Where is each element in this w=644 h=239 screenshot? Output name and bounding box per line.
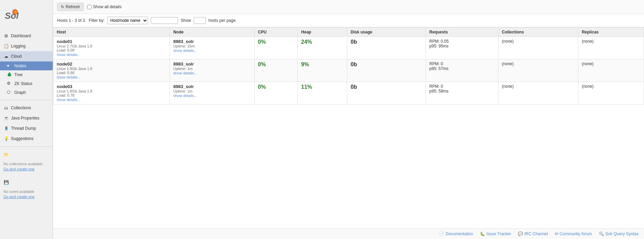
node-load-0: Load: 0.09 [57,48,166,52]
heap-value-0: 24% [301,39,312,45]
cpu-value-2: 0% [258,84,266,90]
sidebar: Solr ⊞ Dashboard 📋 Logging ☁ Cloud ● N [0,0,53,239]
cell-cpu-0: 0% [254,37,297,59]
cpu-value-0: 0% [258,39,266,45]
no-cores-link[interactable]: Go and create one [3,195,35,199]
cell-collections-2: (none) [498,82,578,104]
sidebar-item-dashboard-label: Dashboard [11,33,31,38]
cell-disk-0: 0b [347,37,426,59]
doc-icon: 📄 [439,231,444,236]
refresh-button[interactable]: ↻ Refresh [57,3,84,11]
col-node: Node [170,28,255,37]
node-show-details-host-2[interactable]: show details... [57,98,81,102]
cell-disk-2: 0b [347,82,426,104]
heap-value-2: 11% [301,84,312,90]
sidebar-item-logging[interactable]: 📋 Logging [0,41,53,51]
cell-replicas-2: (none) [578,82,644,104]
sidebar-item-suggestions[interactable]: 💡 Suggestions [0,133,53,144]
table-header-row: Host Node CPU Heap Disk usage Requests C… [53,28,644,37]
table-row: node01 Linux 2.7Gb Java 1.8 Load: 0.09 s… [53,37,644,59]
sidebar-sub-item-graph[interactable]: ⬡ Graph [0,88,53,97]
sidebar-item-java-properties[interactable]: ☕ Java Properties [0,113,53,123]
cloud-icon: ☁ [3,54,9,59]
sidebar-sub-item-tree[interactable]: 🌲 Tree [0,70,53,79]
footer-irc-channel-link[interactable]: 💬 IRC Channel [518,231,548,236]
collections-icon: 🗂 [3,105,9,111]
node-show-details-host-0[interactable]: show details... [57,53,81,57]
sidebar-item-collections[interactable]: 🗂 Collections [0,103,53,113]
footer-community-forum-link[interactable]: ✉ Community forum [555,231,592,236]
main-content: ↻ Refresh Show all details Hosts 1 - 3 o… [53,0,644,239]
cell-replicas-0: (none) [578,37,644,59]
solr-logo-icon: Solr [4,9,18,23]
no-cores-text: No cores available Go and create one [0,187,53,201]
sidebar-item-thread-label: Thread Dump [11,126,36,131]
node-os-0: Linux 2.7Gb Java 1.8 [57,44,166,48]
no-collections-link[interactable]: Go and create one [3,167,35,171]
node-show-details-host-1[interactable]: show details... [57,75,81,79]
sidebar-divider-2 [0,146,53,147]
cell-cpu-1: 0% [254,59,297,82]
hosts-count-label: Hosts 1 - 3 of 3. [57,18,86,23]
table-body: node01 Linux 2.7Gb Java 1.8 Load: 0.09 s… [53,37,644,104]
node-show-details-node-2[interactable]: show details... [173,94,197,98]
disk-value-1: 0b [351,61,357,67]
collections-value-0: (none) [502,39,514,44]
node-show-details-node-0[interactable]: show details... [173,48,197,53]
sidebar-item-dashboard[interactable]: ⊞ Dashboard [0,31,53,41]
show-all-details-checkbox-label[interactable]: Show all details [87,4,121,9]
node-port-2: 8983_solr [173,84,251,89]
cpu-value-1: 0% [258,61,266,67]
requests-p95-2: p95: 58ms [429,89,495,94]
node-uptime-1: Uptime: 1m [173,67,251,71]
filter-by-label: Filter by: [89,18,105,23]
logo-container: Solr [0,3,53,31]
show-all-details-checkbox[interactable] [87,5,92,9]
sidebar-sub-tree-label: Tree [14,72,23,77]
requests-rpm-0: RPM: 0.05 [429,39,495,44]
node-hostname-2: node03 [57,84,166,89]
collections-value-1: (none) [502,61,514,66]
cell-cpu-2: 0% [254,82,297,104]
requests-rpm-2: RPM: 0 [429,84,495,89]
table-header: Host Node CPU Heap Disk usage Requests C… [53,28,644,37]
bug-icon: 🐛 [480,231,485,236]
sidebar-sub-graph-label: Graph [14,90,26,95]
col-requests: Requests [426,28,498,37]
filter-input[interactable] [151,17,178,24]
sidebar-sub-item-zk-status[interactable]: ⚙ ZK Status [0,79,53,88]
requests-p95-0: p95: 95ms [429,44,495,48]
nodes-table-container: Host Node CPU Heap Disk usage Requests C… [53,27,644,104]
col-collections: Collections [498,28,578,37]
disk-value-0: 0b [351,39,357,45]
node-os-1: Linux 1.8Gb Java 1.8 [57,67,166,71]
footer-solr-query-syntax-link[interactable]: 🔍 Solr Query Syntax [599,231,639,236]
cell-host-2: node03 Linux 1.8Gb Java 1.8 Load: 0.78 s… [53,82,170,104]
footer-documentation-link[interactable]: 📄 Documentation [439,231,473,236]
sidebar-item-thread-dump[interactable]: 🧵 Thread Dump [0,123,53,133]
footer-issue-tracker-link[interactable]: 🐛 Issue Tracker [480,231,511,236]
cell-node-0: 8983_solr Uptime: 15m show details... [170,37,255,59]
cell-collections-0: (none) [498,37,578,59]
per-page-suffix: hosts per page. [209,18,237,23]
main-spacer [53,104,644,228]
cell-heap-0: 24% [298,37,347,59]
cell-requests-2: RPM: 0 p95: 58ms [426,82,498,104]
replicas-value-2: (none) [582,84,594,89]
logging-icon: 📋 [3,43,9,49]
per-page-input[interactable]: 10 [194,17,206,24]
footer: 📄 Documentation 🐛 Issue Tracker 💬 IRC Ch… [53,228,644,239]
sidebar-sub-item-nodes[interactable]: ● Nodes [0,61,53,70]
filter-by-select[interactable]: Host/node name IP address [107,17,148,24]
requests-rpm-1: RPM: 0 [429,61,495,66]
dashboard-icon: ⊞ [3,33,9,39]
sidebar-item-java-label: Java Properties [11,116,39,121]
sidebar-item-suggestions-label: Suggestions [11,136,33,141]
zk-icon: ⚙ [7,81,12,86]
node-hostname-0: node01 [57,39,166,44]
sidebar-item-cloud-label: Cloud [11,54,22,59]
col-cpu: CPU [254,28,297,37]
col-host: Host [53,28,170,37]
sidebar-item-cloud[interactable]: ☁ Cloud [0,51,53,61]
node-show-details-node-1[interactable]: show details... [173,71,197,75]
